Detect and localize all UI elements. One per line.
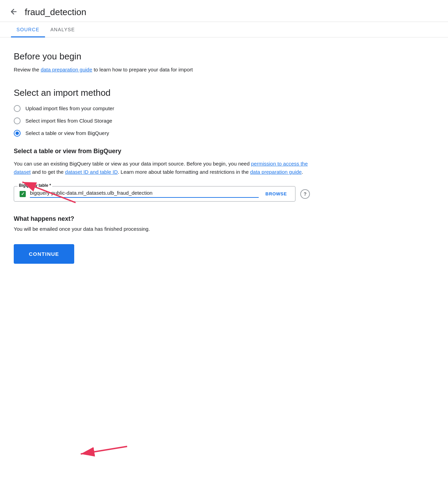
tab-analyse[interactable]: ANALYSE	[45, 22, 80, 37]
continue-area: CONTINUE	[14, 244, 74, 264]
data-prep-guide-link-2[interactable]: data preparation guide	[250, 169, 302, 175]
bq-desc-end: . Learn more about table formatting and …	[118, 169, 250, 175]
bq-desc-middle: and to get the	[31, 169, 65, 175]
svg-line-3	[81, 446, 127, 454]
import-method-section: Select an import method Upload import fi…	[14, 88, 323, 137]
dataset-id-link[interactable]: dataset ID and table ID	[65, 169, 117, 175]
radio-bigquery-circle	[14, 130, 21, 137]
before-begin-title: Before you begin	[14, 51, 323, 62]
radio-cloud-storage[interactable]: Select import files from Cloud Storage	[14, 117, 323, 124]
before-begin-suffix: to learn how to prepare your data for im…	[92, 67, 193, 72]
field-checkbox-green	[20, 191, 26, 197]
radio-upload-label: Upload import files from your computer	[25, 105, 114, 111]
bigquery-field-value[interactable]: bigquery-public-data.ml_datasets.ulb_fra…	[30, 190, 259, 198]
what-next-title: What happens next?	[14, 215, 323, 223]
before-begin-prefix: Review the	[14, 67, 41, 72]
page-title: fraud_detection	[25, 7, 86, 18]
radio-cloud-label: Select import files from Cloud Storage	[25, 118, 112, 124]
radio-upload-circle	[14, 105, 21, 112]
bigquery-field-label: BigQuery table *	[18, 183, 52, 188]
import-method-title: Select an import method	[14, 88, 323, 98]
bq-desc-prefix: You can use an existing BigQuery table o…	[14, 161, 251, 167]
bigquery-field-wrapper: BigQuery table * bigquery-public-data.ml…	[14, 186, 323, 202]
radio-cloud-circle	[14, 117, 21, 124]
import-method-options: Upload import files from your computer S…	[14, 105, 323, 137]
browse-button[interactable]: BROWSE	[263, 191, 290, 196]
radio-bigquery-label: Select a table or view from BigQuery	[25, 130, 109, 136]
data-prep-guide-link-1[interactable]: data preparation guide	[41, 67, 92, 72]
what-next-description: You will be emailed once your data has f…	[14, 226, 323, 232]
radio-bigquery[interactable]: Select a table or view from BigQuery	[14, 130, 323, 137]
main-content: Before you begin Review the data prepara…	[0, 37, 337, 284]
before-begin-description: Review the data preparation guide to lea…	[14, 66, 323, 74]
bq-section-title: Select a table or view from BigQuery	[14, 148, 323, 155]
bigquery-section: Select a table or view from BigQuery You…	[14, 148, 323, 202]
radio-upload[interactable]: Upload import files from your computer	[14, 105, 323, 112]
back-button[interactable]	[8, 6, 19, 18]
continue-button[interactable]: CONTINUE	[14, 244, 74, 264]
help-icon[interactable]: ?	[300, 189, 310, 199]
bq-description: You can use an existing BigQuery table o…	[14, 160, 323, 177]
before-begin-section: Before you begin Review the data prepara…	[14, 51, 323, 74]
bq-desc-final: .	[302, 169, 303, 175]
tabs-bar: SOURCE ANALYSE	[0, 22, 448, 37]
header: fraud_detection	[0, 0, 448, 22]
tab-source[interactable]: SOURCE	[11, 22, 45, 37]
what-next-section: What happens next? You will be emailed o…	[14, 215, 323, 232]
field-inner: bigquery-public-data.ml_datasets.ulb_fra…	[20, 190, 290, 198]
bigquery-field-box: BigQuery table * bigquery-public-data.ml…	[14, 186, 295, 202]
